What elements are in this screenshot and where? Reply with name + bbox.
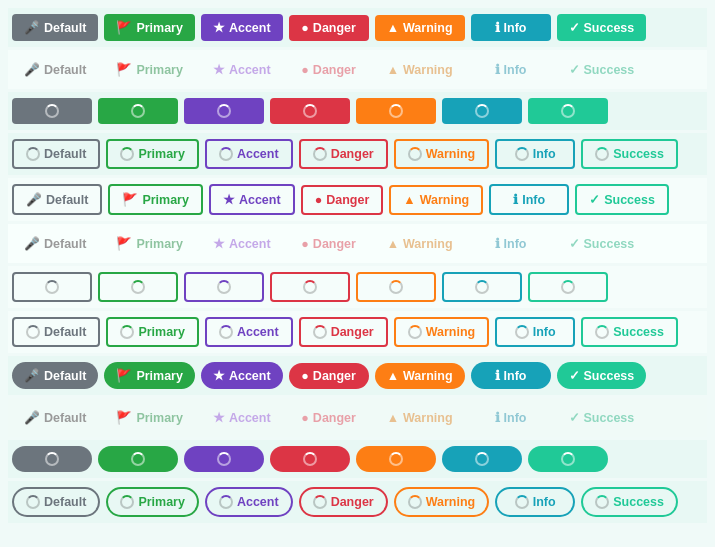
btn-outline-load-primary[interactable]: Primary xyxy=(106,317,199,347)
btn-label: Info xyxy=(533,147,556,161)
btn-pill-spinner-danger[interactable] xyxy=(270,446,350,472)
star-icon: ★ xyxy=(213,410,225,425)
btn-pill-outline-default[interactable]: Default xyxy=(12,487,100,517)
btn-loading-default-1[interactable] xyxy=(12,98,92,124)
btn-outline-icon-warning-1[interactable]: ▲ Warning xyxy=(389,185,483,215)
btn-pill-outline-accent[interactable]: Accent xyxy=(205,487,293,517)
btn-outline-disabled-warning[interactable]: ▲ Warning xyxy=(375,231,465,257)
btn-pill-danger-1[interactable]: ● Danger xyxy=(289,363,369,389)
btn-warning-1[interactable]: ▲ Warning xyxy=(375,15,465,41)
btn-pill-warning-1[interactable]: ▲ Warning xyxy=(375,363,465,389)
btn-loading-info-1[interactable] xyxy=(442,98,522,124)
btn-pill-outline-info[interactable]: Info xyxy=(495,487,575,517)
btn-danger-disabled-1[interactable]: ● Danger xyxy=(289,57,369,83)
btn-pill-primary-1[interactable]: 🚩 Primary xyxy=(104,362,195,389)
btn-outline-spinner-warning[interactable] xyxy=(356,272,436,302)
btn-pill-outline-success[interactable]: Success xyxy=(581,487,678,517)
btn-outline-primary-1[interactable]: Primary xyxy=(106,139,199,169)
btn-label: Default xyxy=(44,495,86,509)
spinner-icon xyxy=(120,325,134,339)
btn-outline-load-accent[interactable]: Accent xyxy=(205,317,293,347)
btn-pill-outline-warning[interactable]: Warning xyxy=(394,487,490,517)
btn-outline-spinner-default[interactable] xyxy=(12,272,92,302)
btn-pill-spinner-default[interactable] xyxy=(12,446,92,472)
btn-outline-disabled-accent[interactable]: ★ Accent xyxy=(201,230,283,257)
btn-label: Success xyxy=(613,495,664,509)
btn-default-1[interactable]: 🎤 Default xyxy=(12,14,98,41)
btn-pill-outline-danger[interactable]: Danger xyxy=(299,487,388,517)
btn-outline-load-danger[interactable]: Danger xyxy=(299,317,388,347)
btn-outline-disabled-success[interactable]: ✓ Success xyxy=(557,230,647,257)
btn-pill-disabled-success[interactable]: ✓ Success xyxy=(557,404,647,431)
btn-outline-warning-1[interactable]: Warning xyxy=(394,139,490,169)
row-pill-outline-loading: Default Primary Accent Danger Warning In… xyxy=(8,481,707,523)
btn-loading-warning-1[interactable] xyxy=(356,98,436,124)
btn-pill-spinner-primary[interactable] xyxy=(98,446,178,472)
btn-accent-disabled-1[interactable]: ★ Accent xyxy=(201,56,283,83)
btn-default-disabled-1[interactable]: 🎤 Default xyxy=(12,56,98,83)
btn-label: Success xyxy=(584,21,635,35)
btn-outline-icon-info-1[interactable]: ℹ Info xyxy=(489,184,569,215)
btn-outline-success-1[interactable]: Success xyxy=(581,139,678,169)
btn-success-1[interactable]: ✓ Success xyxy=(557,14,647,41)
btn-pill-info-1[interactable]: ℹ Info xyxy=(471,362,551,389)
btn-outline-spinner-info[interactable] xyxy=(442,272,522,302)
btn-pill-outline-primary[interactable]: Primary xyxy=(106,487,199,517)
btn-loading-danger-1[interactable] xyxy=(270,98,350,124)
btn-outline-danger-1[interactable]: Danger xyxy=(299,139,388,169)
btn-label: Warning xyxy=(420,193,470,207)
btn-pill-disabled-danger[interactable]: ● Danger xyxy=(289,405,369,431)
btn-outline-spinner-primary[interactable] xyxy=(98,272,178,302)
btn-outline-disabled-default[interactable]: 🎤 Default xyxy=(12,230,98,257)
btn-outline-icon-accent-1[interactable]: ★ Accent xyxy=(209,184,295,215)
btn-pill-spinner-success[interactable] xyxy=(528,446,608,472)
btn-pill-success-1[interactable]: ✓ Success xyxy=(557,362,647,389)
btn-success-disabled-1[interactable]: ✓ Success xyxy=(557,56,647,83)
btn-outline-disabled-info[interactable]: ℹ Info xyxy=(471,230,551,257)
btn-outline-info-1[interactable]: Info xyxy=(495,139,575,169)
btn-outline-icon-default-1[interactable]: 🎤 Default xyxy=(12,184,102,215)
spinner-icon xyxy=(26,495,40,509)
btn-outline-load-success[interactable]: Success xyxy=(581,317,678,347)
btn-pill-disabled-accent[interactable]: ★ Accent xyxy=(201,404,283,431)
spinner-icon xyxy=(595,147,609,161)
btn-label: Danger xyxy=(313,21,356,35)
btn-outline-icon-primary-1[interactable]: 🚩 Primary xyxy=(108,184,203,215)
btn-outline-spinner-success[interactable] xyxy=(528,272,608,302)
btn-info-disabled-1[interactable]: ℹ Info xyxy=(471,56,551,83)
btn-primary-disabled-1[interactable]: 🚩 Primary xyxy=(104,56,195,83)
btn-label: Success xyxy=(604,193,655,207)
mic-icon: 🎤 xyxy=(24,20,40,35)
btn-primary-1[interactable]: 🚩 Primary xyxy=(104,14,195,41)
btn-outline-load-default[interactable]: Default xyxy=(12,317,100,347)
btn-info-1[interactable]: ℹ Info xyxy=(471,14,551,41)
btn-outline-accent-1[interactable]: Accent xyxy=(205,139,293,169)
btn-label: Primary xyxy=(138,147,185,161)
btn-warning-disabled-1[interactable]: ▲ Warning xyxy=(375,57,465,83)
btn-pill-spinner-info[interactable] xyxy=(442,446,522,472)
btn-pill-disabled-default[interactable]: 🎤 Default xyxy=(12,404,98,431)
btn-pill-spinner-accent[interactable] xyxy=(184,446,264,472)
btn-outline-default-1[interactable]: Default xyxy=(12,139,100,169)
btn-loading-accent-1[interactable] xyxy=(184,98,264,124)
btn-loading-primary-1[interactable] xyxy=(98,98,178,124)
btn-outline-spinner-danger[interactable] xyxy=(270,272,350,302)
btn-label: Primary xyxy=(138,325,185,339)
btn-outline-icon-danger-1[interactable]: ● Danger xyxy=(301,185,384,215)
btn-danger-1[interactable]: ● Danger xyxy=(289,15,369,41)
btn-accent-1[interactable]: ★ Accent xyxy=(201,14,283,41)
btn-pill-disabled-warning[interactable]: ▲ Warning xyxy=(375,405,465,431)
btn-label: Info xyxy=(504,63,527,77)
btn-outline-disabled-primary[interactable]: 🚩 Primary xyxy=(104,230,195,257)
btn-loading-success-1[interactable] xyxy=(528,98,608,124)
btn-outline-disabled-danger[interactable]: ● Danger xyxy=(289,231,369,257)
btn-pill-disabled-info[interactable]: ℹ Info xyxy=(471,404,551,431)
btn-outline-load-info[interactable]: Info xyxy=(495,317,575,347)
btn-pill-accent-1[interactable]: ★ Accent xyxy=(201,362,283,389)
btn-pill-disabled-primary[interactable]: 🚩 Primary xyxy=(104,404,195,431)
btn-outline-spinner-accent[interactable] xyxy=(184,272,264,302)
btn-pill-spinner-warning[interactable] xyxy=(356,446,436,472)
btn-outline-load-warning[interactable]: Warning xyxy=(394,317,490,347)
btn-outline-icon-success-1[interactable]: ✓ Success xyxy=(575,184,669,215)
btn-pill-default-1[interactable]: 🎤 Default xyxy=(12,362,98,389)
